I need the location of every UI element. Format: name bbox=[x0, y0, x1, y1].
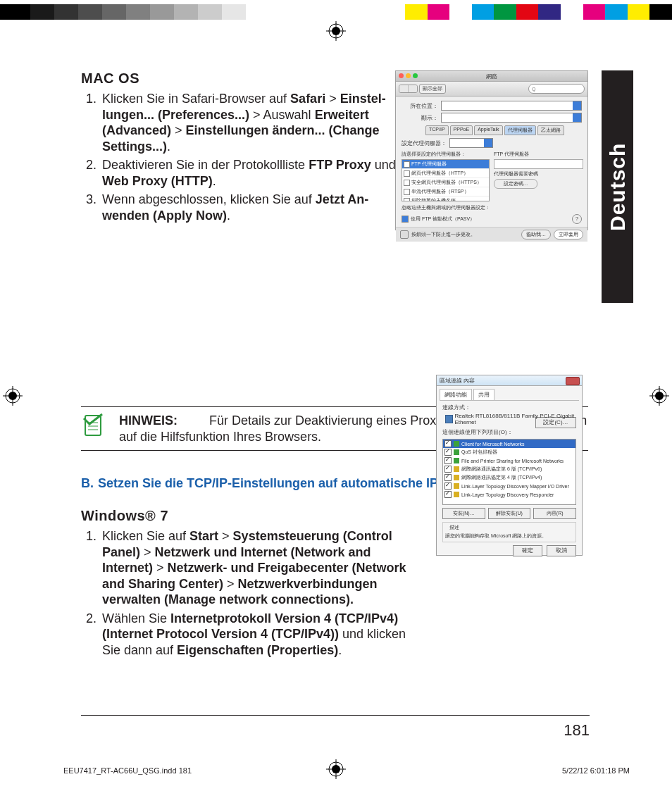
traffic-lights bbox=[399, 73, 418, 78]
macos-steps: 1. Klicken Sie in Safari-Browser auf Saf… bbox=[81, 91, 405, 223]
mac-window-title: 網路 bbox=[486, 73, 497, 80]
mac-search-field: Q bbox=[528, 84, 585, 94]
slug-file: EEU7417_RT-AC66U_QSG.indd 181 bbox=[63, 766, 192, 775]
grayscale-swatches bbox=[0, 4, 405, 20]
registration-mark-right bbox=[649, 386, 669, 406]
registration-mark-top bbox=[326, 21, 346, 41]
mac-titlebar: 網路 bbox=[396, 71, 587, 82]
properties-btn: 內容(R) bbox=[533, 508, 576, 519]
lock-icon bbox=[400, 230, 409, 239]
note-icon bbox=[81, 413, 106, 438]
print-slug: EEU7417_RT-AC66U_QSG.indd 181 5/22/12 6:… bbox=[63, 766, 630, 775]
set-password-btn: 設定密碼… bbox=[494, 179, 537, 189]
color-swatches bbox=[405, 4, 672, 20]
adapter-row: Realtek RTL8168B/8111B Family PCI-E Giga… bbox=[445, 413, 576, 425]
win-titlebar: 區域連線 內容 bbox=[437, 375, 582, 386]
ok-btn: 確定 bbox=[513, 545, 542, 556]
mac-footer: 按鎖頭一下防止進一步更改。 協助我… 立即套用 bbox=[396, 227, 587, 242]
pasv-checkbox bbox=[402, 216, 409, 223]
cancel-btn: 取消 bbox=[547, 545, 576, 556]
help-icon: ? bbox=[572, 214, 582, 224]
registration-mark-left bbox=[3, 386, 23, 406]
macos-step-3: 3. Wenn abgeschlossen, klicken Sie auf J… bbox=[81, 192, 405, 223]
close-icon bbox=[566, 377, 580, 385]
win7-lan-properties-screenshot: 區域連線 內容 網路功能 共用 連線方式： Realtek RTL8168B/8… bbox=[436, 375, 583, 556]
win7-step-1: 1. Klicken Sie auf Start > Systemsteueru… bbox=[81, 528, 412, 608]
config-select bbox=[449, 138, 493, 148]
connection-items-list: Client for Microsoft Networks QoS 封包排程器 … bbox=[442, 439, 576, 505]
macos-network-screenshot: 網路 顯示全部 Q 所在位置： 顯示： TCP/IP PPPoE AppleTa… bbox=[395, 70, 588, 230]
language-tab: Deutsch bbox=[602, 70, 633, 303]
assist-btn: 協助我… bbox=[521, 230, 551, 239]
proxy-host-field bbox=[494, 159, 583, 169]
win7-steps: 1. Klicken Sie auf Start > Systemsteueru… bbox=[81, 528, 412, 658]
macos-step-1: 1. Klicken Sie in Safari-Browser auf Saf… bbox=[81, 91, 405, 154]
mac-toolbar: 顯示全部 Q bbox=[396, 82, 587, 96]
show-all-btn: 顯示全部 bbox=[419, 84, 446, 94]
svg-rect-16 bbox=[85, 416, 101, 435]
install-btn: 安裝(N)… bbox=[442, 508, 485, 519]
back-forward-segment bbox=[399, 85, 418, 93]
apply-now-btn: 立即套用 bbox=[554, 230, 583, 239]
slug-date: 5/22/12 6:01:18 PM bbox=[562, 766, 630, 775]
win7-step-2: 2. Wählen Sie Internetprotokoll Version … bbox=[81, 611, 412, 659]
page-content: MAC OS 1. Klicken Sie in Safari-Browser … bbox=[81, 70, 588, 668]
protocol-list: FTP 代理伺服器 網頁代理伺服器（HTTP） 安全網頁代理伺服器（HTTPS）… bbox=[402, 159, 490, 201]
ok-cancel-row: 確定 取消 bbox=[442, 545, 576, 556]
description-group: 描述 讓您的電腦能夠存取 Microsoft 網路上的資源。 bbox=[442, 522, 576, 542]
page-footer-rule bbox=[81, 715, 590, 716]
show-select bbox=[441, 113, 582, 123]
mac-tabs: TCP/IP PPPoE AppleTalk 代理伺服器 乙太網路 bbox=[425, 125, 582, 135]
win-button-row: 安裝(N)… 解除安裝(U) 內容(R) bbox=[442, 508, 576, 519]
print-color-bar bbox=[0, 4, 672, 20]
uninstall-btn: 解除安裝(U) bbox=[488, 508, 531, 519]
location-select bbox=[441, 101, 582, 111]
win-tabs: 網路功能 共用 bbox=[440, 389, 579, 401]
page-number: 181 bbox=[564, 721, 590, 740]
macos-step-2: 2. Deaktivieren Sie in der Protokolllist… bbox=[81, 157, 405, 189]
